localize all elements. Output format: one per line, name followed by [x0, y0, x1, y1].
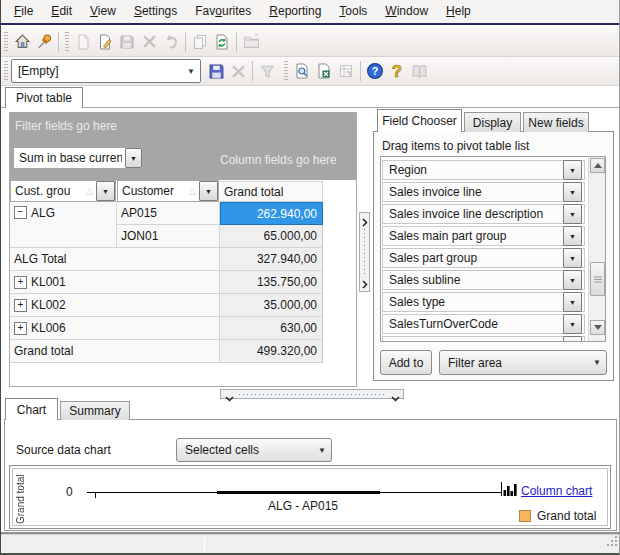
field-item[interactable]: SalesTurnOverCode▼ — [382, 314, 585, 334]
field-dropdown-button[interactable]: ▼ — [563, 160, 582, 180]
chevron-down-icon[interactable] — [225, 391, 234, 405]
menu-favourites[interactable]: Favourites — [186, 0, 260, 23]
row-field-customer[interactable]: Customer △ ▼ — [117, 180, 219, 202]
open-folder-icon[interactable] — [240, 31, 262, 53]
column-chart-icon — [501, 481, 517, 500]
scroll-down-button[interactable] — [590, 320, 605, 335]
field-item[interactable]: Sales invoice line▼ — [382, 182, 585, 202]
pivot-cell-group[interactable]: + KL002 — [10, 294, 220, 317]
expand-icon[interactable]: + — [14, 322, 27, 335]
field-dropdown-button[interactable]: ▼ — [563, 226, 582, 246]
manual-icon[interactable] — [408, 60, 430, 82]
pivot-cell-value[interactable]: 327.940,00 — [220, 248, 323, 271]
pivot-cell-group-total[interactable]: ALG Total — [10, 248, 220, 271]
area-select[interactable]: Filter area ▼ — [439, 350, 607, 375]
layout-profile-select[interactable]: [Empty] ▼ — [11, 59, 201, 83]
horizontal-splitter[interactable] — [220, 389, 404, 399]
menu-view[interactable]: View — [81, 0, 125, 23]
expand-icon[interactable]: + — [14, 299, 27, 312]
home-icon[interactable] — [11, 31, 33, 53]
undo-icon[interactable] — [160, 31, 182, 53]
field-list-scrollbar[interactable] — [588, 157, 605, 341]
add-to-button[interactable]: Add to — [380, 350, 432, 375]
pivot-cell-customer[interactable]: AP015 — [117, 202, 220, 225]
pivot-layout-icon[interactable] — [335, 60, 357, 82]
tab-summary[interactable]: Summary — [60, 401, 130, 420]
field-item[interactable]: Sales invoice line description▼ — [382, 204, 585, 224]
scrollbar-thumb[interactable] — [590, 262, 605, 296]
chart-y-axis-label: Grand total — [15, 472, 26, 524]
tab-field-chooser[interactable]: Field Chooser — [377, 109, 462, 132]
pivot-cell-value-selected[interactable]: 262.940,00 — [220, 202, 323, 225]
edit-document-icon[interactable] — [94, 31, 116, 53]
context-help-icon[interactable]: ? — [386, 60, 408, 82]
row-field-cust-group[interactable]: Cust. group △ ▼ — [10, 180, 116, 202]
help-icon[interactable]: ? — [364, 60, 386, 82]
vertical-splitter[interactable] — [359, 212, 370, 292]
value-column-header[interactable]: Grand total — [220, 181, 323, 202]
pivot-cell-group-alg[interactable]: − ALG — [10, 202, 117, 248]
collapse-icon[interactable]: − — [14, 206, 27, 219]
field-item[interactable]: Sales subline▼ — [382, 270, 585, 290]
tab-display[interactable]: Display — [464, 112, 521, 132]
pivot-cell-value[interactable]: 135.750,00 — [220, 271, 323, 294]
menu-reporting[interactable]: Reporting — [260, 0, 330, 23]
field-item[interactable]: Sales type▼ — [382, 292, 585, 312]
field-item[interactable]: Sales part group▼ — [382, 248, 585, 268]
pivot-cell-value[interactable]: 630,00 — [220, 317, 323, 340]
pivot-cell-value[interactable]: 65.000,00 — [220, 225, 323, 248]
chevron-down-icon[interactable] — [391, 391, 400, 405]
tab-new-fields[interactable]: New fields — [523, 112, 589, 132]
expand-icon[interactable]: + — [14, 276, 27, 289]
menu-tools[interactable]: Tools — [330, 0, 376, 23]
save-layout-icon[interactable] — [205, 60, 227, 82]
cust-group-dropdown-button[interactable]: ▼ — [96, 181, 115, 201]
field-dropdown-button[interactable]: ▼ — [563, 292, 582, 312]
menu-window[interactable]: Window — [376, 0, 437, 23]
field-dropdown-button[interactable]: ▼ — [563, 270, 582, 290]
pin-icon[interactable] — [33, 31, 55, 53]
chart-series-line — [217, 491, 380, 494]
print-preview-icon[interactable] — [291, 60, 313, 82]
field-dropdown-button[interactable]: ▼ — [563, 314, 582, 334]
new-document-icon[interactable] — [72, 31, 94, 53]
pivot-cell-grand-total[interactable]: Grand total — [10, 340, 220, 363]
pivot-cell-group[interactable]: + KL006 — [10, 317, 220, 340]
menu-file[interactable]: File — [5, 0, 42, 23]
delete-icon[interactable] — [138, 31, 160, 53]
copy-icon[interactable] — [189, 31, 211, 53]
field-item-region[interactable]: Region▼ — [382, 160, 585, 180]
pivot-cell-value[interactable]: 35.000,00 — [220, 294, 323, 317]
field-dropdown-button[interactable]: ▼ — [563, 182, 582, 202]
chevron-down-icon: ▼ — [182, 67, 200, 76]
refresh-icon[interactable] — [211, 31, 233, 53]
source-data-chart-select[interactable]: Selected cells ▼ — [176, 438, 332, 462]
pivot-cell-value[interactable]: 499.320,00 — [220, 340, 323, 363]
measure-field-button[interactable]: Sum in base currency ▼ — [13, 147, 143, 169]
menu-help[interactable]: Help — [437, 0, 480, 23]
resize-grip[interactable] — [606, 535, 619, 551]
field-item[interactable]: Sales main part group▼ — [382, 226, 585, 246]
chevron-right-icon[interactable] — [362, 216, 368, 230]
field-dropdown-button[interactable]: ▼ — [563, 336, 582, 342]
field-dropdown-button[interactable]: ▼ — [563, 204, 582, 224]
pivot-cell-group[interactable]: + KL001 — [10, 271, 220, 294]
save-icon[interactable] — [116, 31, 138, 53]
menu-settings[interactable]: Settings — [125, 0, 186, 23]
column-chart-link[interactable]: Column chart — [521, 484, 592, 498]
filter-icon[interactable] — [256, 60, 278, 82]
field-dropdown-button[interactable]: ▼ — [563, 248, 582, 268]
tab-pivot-table[interactable]: Pivot table — [5, 87, 83, 108]
menu-edit[interactable]: Edit — [42, 0, 81, 23]
field-item[interactable]: Seller▼ — [382, 336, 585, 342]
export-excel-icon[interactable] — [313, 60, 335, 82]
tab-chart[interactable]: Chart — [5, 398, 58, 420]
delete-layout-icon[interactable] — [227, 60, 249, 82]
customer-dropdown-button[interactable]: ▼ — [199, 181, 218, 201]
pivot-cell-customer[interactable]: JON01 — [117, 225, 220, 248]
measure-dropdown-button[interactable]: ▼ — [125, 148, 142, 168]
chart-category-label: ALG - AP015 — [233, 499, 373, 513]
chevron-right-icon[interactable] — [362, 278, 368, 292]
toolbar-main — [1, 27, 619, 57]
scroll-up-button[interactable] — [590, 158, 605, 173]
